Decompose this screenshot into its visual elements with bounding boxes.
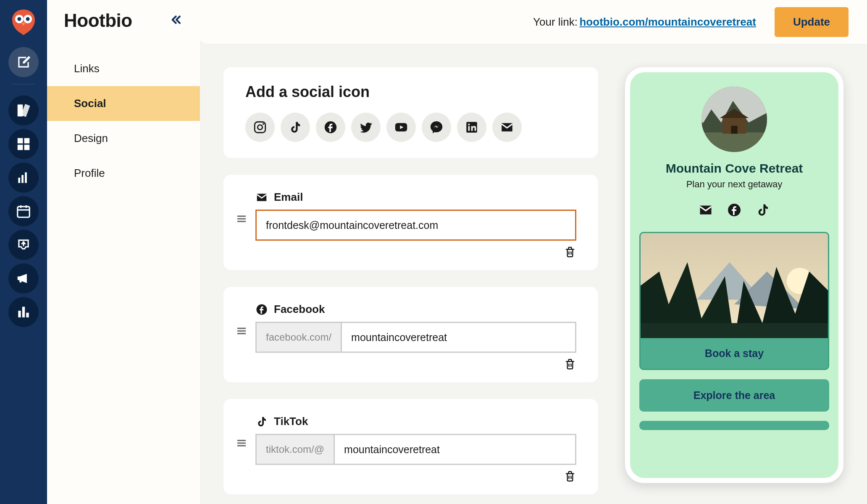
add-facebook-button[interactable] [316,113,345,142]
nav-rail [0,0,47,504]
add-social-card: Add a social icon [223,67,598,158]
preview-title: Mountain Cove Retreat [666,161,803,176]
sidebar: Hootbio Links Social Design Profile [47,0,200,504]
facebook-icon [323,120,338,134]
update-button[interactable]: Update [775,7,849,37]
entry-network-name: TikTok [274,415,308,428]
delete-tiktok-button[interactable] [564,470,576,484]
tiktok-input-wrap: tiktok.com/@ [255,434,576,465]
tiktok-input[interactable] [335,435,575,464]
topbar: Your link: hootbio.com/mountaincoveretre… [200,0,867,44]
content: Add a social icon [200,44,867,504]
facebook-icon [255,303,268,316]
delete-email-button[interactable] [564,246,576,260]
instagram-icon [253,120,267,134]
sidebar-item-profile[interactable]: Profile [47,156,200,191]
entry-label-facebook: Facebook [255,303,576,316]
nav-grid[interactable] [8,129,39,159]
add-email-button[interactable] [492,113,522,142]
nav-chart[interactable] [8,297,39,327]
facebook-prefix: facebook.com/ [257,323,342,352]
chevrons-left-icon [170,13,183,26]
add-linkedin-button[interactable] [457,113,486,142]
preview-avatar [701,87,767,152]
preview-subtitle: Plan your next getaway [686,179,783,190]
entry-network-name: Email [274,191,303,204]
drag-handle[interactable] [235,191,248,227]
add-twitter-button[interactable] [351,113,381,142]
preview-link-partial[interactable] [639,421,829,430]
tiktok-icon [288,120,302,134]
add-social-heading: Add a social icon [245,83,576,101]
twitter-icon [359,120,373,134]
nav-megaphone[interactable] [8,263,39,294]
entry-email: Email [223,175,598,270]
sidebar-item-design[interactable]: Design [47,121,200,156]
nav-calendar[interactable] [8,196,39,226]
drag-handle[interactable] [235,303,248,339]
sidebar-menu: Links Social Design Profile [47,51,200,191]
svg-point-29 [17,17,21,21]
drag-handle[interactable] [235,415,248,451]
email-icon[interactable] [698,202,713,218]
preview-hero-image [641,233,828,338]
preview-link-book[interactable]: Book a stay [639,232,829,370]
youtube-icon [394,120,408,134]
entry-network-name: Facebook [274,303,325,316]
your-link-label: Your link: [533,16,578,28]
nav-compose[interactable] [8,47,39,77]
collapse-sidebar-button[interactable] [170,13,183,28]
add-youtube-button[interactable] [386,113,416,142]
entry-tiktok: TikTok tiktok.com/@ [223,399,598,494]
email-input-wrap [255,210,576,241]
main: Your link: hootbio.com/mountaincoveretre… [200,0,867,504]
facebook-input-wrap: facebook.com/ [255,322,576,353]
entry-facebook: Facebook facebook.com/ [223,287,598,382]
svg-point-30 [26,17,30,21]
editor-column: Add a social icon [223,67,602,504]
nav-inbox[interactable] [8,230,39,260]
messenger-icon [429,120,444,134]
nav-analytics-mini[interactable] [8,163,39,193]
sidebar-item-social[interactable]: Social [47,86,200,121]
social-icon-row [245,113,576,142]
drag-icon [235,213,248,225]
brand-logo-owl [8,7,39,37]
add-tiktok-button[interactable] [281,113,310,142]
email-icon [255,191,268,204]
preview-column: Mountain Cove Retreat Plan your next get… [625,67,843,504]
your-link: Your link: hootbio.com/mountaincoveretre… [533,16,756,29]
entry-label-email: Email [255,191,576,204]
linkedin-icon [465,120,479,134]
facebook-icon[interactable] [727,202,742,218]
drag-icon [235,325,248,337]
entry-label-tiktok: TikTok [255,415,576,428]
preview-social-icons [698,202,770,218]
email-input[interactable] [257,211,575,239]
tiktok-prefix: tiktok.com/@ [257,435,335,464]
tiktok-icon[interactable] [755,202,770,218]
trash-icon [564,470,576,483]
trash-icon [564,358,576,370]
svg-rect-36 [731,126,738,134]
sidebar-item-links[interactable]: Links [47,51,200,86]
drag-icon [235,437,248,449]
add-instagram-button[interactable] [245,113,275,142]
preview-link-explore[interactable]: Explore the area [639,379,829,412]
preview-link-label: Book a stay [641,338,828,369]
svg-rect-43 [641,323,828,338]
phone-frame: Mountain Cove Retreat Plan your next get… [625,67,843,483]
delete-facebook-button[interactable] [564,358,576,372]
app-title: Hootbio [64,10,132,31]
phone-screen[interactable]: Mountain Cove Retreat Plan your next get… [630,72,838,478]
email-icon [500,120,514,134]
your-link-url[interactable]: hootbio.com/mountaincoveretreat [579,16,756,28]
tiktok-icon [255,415,268,428]
nav-divider [12,84,35,84]
trash-icon [564,246,576,258]
preview-link-label: Explore the area [694,389,775,401]
facebook-input[interactable] [342,323,575,352]
nav-swatches[interactable] [8,95,39,126]
add-messenger-button[interactable] [422,113,451,142]
